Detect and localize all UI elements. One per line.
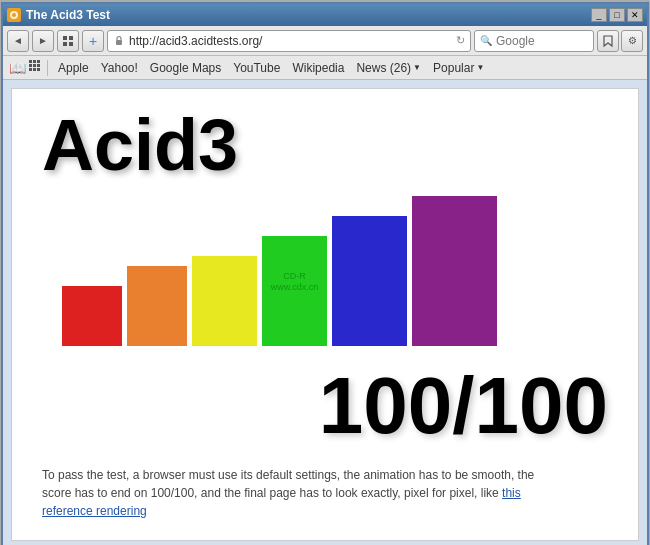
toolbar-right: ⚙ xyxy=(597,30,643,52)
browser-window: The Acid3 Test _ □ ✕ ◄ ► + xyxy=(1,2,649,545)
color-bar-blue xyxy=(332,216,407,346)
title-bar: The Acid3 Test _ □ ✕ xyxy=(3,4,647,26)
forward-icon: ► xyxy=(38,35,48,46)
bookmarks-divider xyxy=(47,60,48,76)
search-magnifier-icon: 🔍 xyxy=(480,35,492,46)
lock-icon xyxy=(113,35,125,47)
svg-rect-8 xyxy=(33,60,36,63)
description-body: To pass the test, a browser must use its… xyxy=(42,468,534,500)
bookmarks-list-icon[interactable] xyxy=(28,59,42,76)
minimize-button[interactable]: _ xyxy=(591,8,607,22)
color-bar-red xyxy=(62,286,122,346)
bookmarks-bar: 📖 Apple Yahoo! Google Maps YouTube Wikip… xyxy=(3,56,647,80)
color-bar-orange xyxy=(127,266,187,346)
svg-rect-2 xyxy=(63,36,67,40)
acid3-title: Acid3 xyxy=(42,109,608,181)
add-button[interactable]: + xyxy=(82,30,104,52)
gear-icon: ⚙ xyxy=(628,35,637,46)
svg-rect-12 xyxy=(37,64,40,67)
bookmarks-open-icon[interactable]: 📖 xyxy=(9,60,26,76)
window-title: The Acid3 Test xyxy=(26,8,110,22)
bookmark-wikipedia[interactable]: Wikipedia xyxy=(287,60,349,76)
toolbar: ◄ ► + ↻ 🔍 xyxy=(3,26,647,56)
close-button[interactable]: ✕ xyxy=(627,8,643,22)
svg-rect-11 xyxy=(33,64,36,67)
news-label: News (26) xyxy=(356,61,411,75)
color-bar-yellow xyxy=(192,256,257,346)
color-bar-purple xyxy=(412,196,497,346)
svg-rect-4 xyxy=(63,42,67,46)
description-text: To pass the test, a browser must use its… xyxy=(42,466,542,520)
search-bar[interactable]: 🔍 xyxy=(474,30,594,52)
add-icon: + xyxy=(89,33,97,49)
title-bar-left: The Acid3 Test xyxy=(7,8,110,22)
web-content: Acid3 CD-R www.cdx.cn 100/100 To pass xyxy=(11,88,639,541)
bookmark-google-maps[interactable]: Google Maps xyxy=(145,60,226,76)
svg-rect-10 xyxy=(29,64,32,67)
bookmark-news[interactable]: News (26) ▼ xyxy=(351,60,426,76)
address-input[interactable] xyxy=(129,34,452,48)
svg-rect-5 xyxy=(69,42,73,46)
svg-rect-14 xyxy=(33,68,36,71)
back-button[interactable]: ◄ xyxy=(7,30,29,52)
bookmark-youtube[interactable]: YouTube xyxy=(228,60,285,76)
color-bars: CD-R www.cdx.cn xyxy=(62,196,608,346)
forward-button[interactable]: ► xyxy=(32,30,54,52)
svg-rect-13 xyxy=(29,68,32,71)
maximize-button[interactable]: □ xyxy=(609,8,625,22)
back-icon: ◄ xyxy=(13,35,23,46)
settings-button[interactable]: ⚙ xyxy=(621,30,643,52)
address-bar[interactable]: ↻ xyxy=(107,30,471,52)
watermark-line2: www.cdx.cn xyxy=(262,282,327,293)
bookmark-icon xyxy=(602,34,614,48)
watermark: CD-R www.cdx.cn xyxy=(262,271,327,293)
popular-label: Popular xyxy=(433,61,474,75)
refresh-icon[interactable]: ↻ xyxy=(456,34,465,47)
svg-rect-9 xyxy=(37,60,40,63)
svg-rect-6 xyxy=(116,40,122,45)
svg-point-1 xyxy=(12,13,16,17)
apps-icon xyxy=(28,59,42,73)
news-chevron-icon: ▼ xyxy=(413,63,421,72)
svg-rect-15 xyxy=(37,68,40,71)
score-display: 100/100 xyxy=(42,366,608,446)
bookmark-page-button[interactable] xyxy=(597,30,619,52)
grid-button[interactable] xyxy=(57,30,79,52)
color-bar-green: CD-R www.cdx.cn xyxy=(262,236,327,346)
bookmark-popular[interactable]: Popular ▼ xyxy=(428,60,489,76)
title-bar-controls: _ □ ✕ xyxy=(591,8,643,22)
watermark-line1: CD-R xyxy=(262,271,327,282)
svg-rect-3 xyxy=(69,36,73,40)
popular-chevron-icon: ▼ xyxy=(476,63,484,72)
svg-rect-7 xyxy=(29,60,32,63)
bookmark-yahoo[interactable]: Yahoo! xyxy=(96,60,143,76)
grid-icon xyxy=(62,35,74,47)
browser-icon xyxy=(7,8,21,22)
bookmark-apple[interactable]: Apple xyxy=(53,60,94,76)
